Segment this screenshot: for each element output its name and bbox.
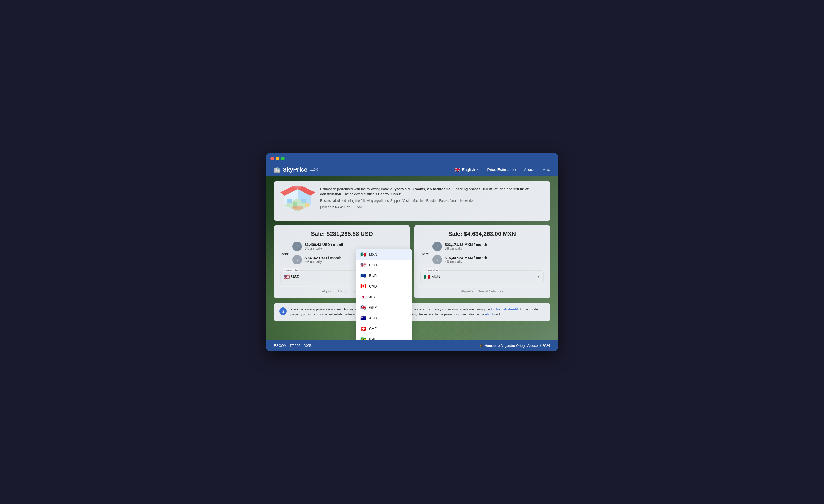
usd-convert-label: Convert to <box>283 269 299 272</box>
dropdown-currency-item[interactable]: 🇪🇺EUR <box>356 270 412 281</box>
usd-currency-flag: 🇺🇸 <box>284 274 290 280</box>
usd-rent-down-info: $937.62 USD / month 4% annually <box>305 256 341 264</box>
usd-rent-up-rate: 6% annually <box>305 247 344 250</box>
desc-and: and <box>506 187 513 191</box>
rent-up-arrow-icon: ↑ <box>292 242 302 251</box>
currency-code: AUD <box>369 316 377 320</box>
dropdown-currency-item[interactable]: 🇦🇺AUD <box>356 313 412 323</box>
svg-rect-6 <box>287 199 292 203</box>
svg-rect-9 <box>305 203 309 207</box>
notice-card: ℹ Predictions are approximate and result… <box>274 303 550 321</box>
currency-flag-icon: 🇧🇷 <box>360 336 366 340</box>
footer-left: ESCOM - TT 2024-A053 <box>274 343 312 347</box>
mxn-rent-down-row: ↓ $15,447.54 MXN / month 4% annually <box>432 255 487 265</box>
svg-rect-8 <box>301 199 306 203</box>
nav-price-estimation[interactable]: Price Estimation <box>487 167 516 172</box>
desc-prefix: Estimation performed with the following … <box>320 187 390 191</box>
notice-text: Predictions are approximate and results … <box>290 307 545 317</box>
desc-suffix: . The selected district is <box>341 192 378 196</box>
content-overlay: Estimation performed with the following … <box>266 176 558 327</box>
mxn-chevron-icon: ▼ <box>537 275 540 279</box>
currency-code: CAD <box>369 284 377 288</box>
mxn-convert-section: Convert to 🇲🇽 MXN ▼ <box>420 270 544 283</box>
currency-flag-icon: 🇲🇽 <box>360 251 366 257</box>
usd-rent-down-rate: 4% annually <box>305 260 341 264</box>
grad-icon: 🎓 <box>480 343 484 347</box>
currency-dropdown[interactable]: 🇲🇽MXN🇺🇸USD🇪🇺EUR🇨🇦CAD🇯🇵JPY🇬🇧GBP🇦🇺AUD🇨🇭CHF… <box>356 249 412 340</box>
desc-bold1: 20 years old, 3 rooms, 2.5 bathrooms, 3 … <box>390 187 505 191</box>
usd-rent-up-amount: $1,406.43 USD / month <box>305 242 344 247</box>
currency-code: GBP <box>369 305 377 310</box>
mxn-rent-down-arrow-icon: ↓ <box>432 255 442 265</box>
mxn-rent-up-row: ↑ $23,171.32 MXN / month 6% annually <box>432 242 487 251</box>
about-link[interactable]: About <box>485 313 493 316</box>
svg-point-10 <box>292 206 303 210</box>
currency-code: CHF <box>369 327 377 331</box>
currency-flag-icon: 🇨🇭 <box>360 326 366 332</box>
lang-flag: 🇬🇧 <box>454 167 460 173</box>
dropdown-currency-item[interactable]: 🇧🇷BRL <box>356 334 412 340</box>
currency-code: JPY <box>369 295 376 299</box>
title-bar <box>266 154 558 164</box>
estimation-description: Estimation performed with the following … <box>320 186 544 197</box>
usd-rent-down-amount: $937.62 USD / month <box>305 256 341 260</box>
language-selector[interactable]: 🇬🇧 English ▼ <box>454 167 479 173</box>
brand-version: v1.0.0 <box>310 168 318 172</box>
mxn-rent-up-info: $23,171.32 MXN / month 6% annually <box>445 242 487 250</box>
exchangerate-api-link[interactable]: ExchangeRate-API <box>491 307 518 311</box>
lang-label: English <box>462 167 475 172</box>
app-window: 🏢 SkyPrice v1.0.0 🇬🇧 English ▼ Price Est… <box>266 154 558 351</box>
dropdown-currency-item[interactable]: 🇨🇭CHF <box>356 323 412 334</box>
currency-code: BRL <box>369 337 376 340</box>
main-content: Estimation performed with the following … <box>266 176 558 340</box>
brand: 🏢 SkyPrice v1.0.0 <box>274 166 318 173</box>
usd-currency-name: USD <box>291 274 300 279</box>
notice-text-end: section. <box>493 313 505 316</box>
desc-end: . <box>401 192 402 196</box>
mxn-rent-up-amount: $23,171.32 MXN / month <box>445 242 487 247</box>
dropdown-currency-item[interactable]: 🇬🇧GBP <box>356 302 412 313</box>
mxn-currency-name: MXN <box>431 274 440 279</box>
currency-code: MXN <box>369 252 377 257</box>
result-card-mxn: Sale: $4,634,263.00 MXN Rent: ↑ $23,171.… <box>414 225 550 298</box>
footer-right: 🎓 Humberto Alejandro Ortega Alcocer ©202… <box>480 343 550 347</box>
mxn-sale-price: Sale: $4,634,263.00 MXN <box>420 230 544 237</box>
nav-map[interactable]: Map <box>542 167 550 172</box>
currency-flag-icon: 🇯🇵 <box>360 294 366 300</box>
navbar: 🏢 SkyPrice v1.0.0 🇬🇧 English ▼ Price Est… <box>266 164 558 176</box>
mxn-rent-up-arrow-icon: ↑ <box>432 242 442 251</box>
dropdown-currency-item[interactable]: 🇨🇦CAD <box>356 281 412 292</box>
mxn-rent-up-rate: 6% annually <box>445 247 487 250</box>
currency-flag-icon: 🇬🇧 <box>360 305 366 310</box>
currency-flag-icon: 🇪🇺 <box>360 273 366 279</box>
maximize-button[interactable] <box>281 157 285 161</box>
algorithms-text: Results calculated using the following a… <box>320 198 544 203</box>
house-illustration <box>280 186 315 216</box>
nav-about[interactable]: About <box>524 167 534 172</box>
footer: ESCOM - TT 2024-A053 🎓 Humberto Alejandr… <box>266 340 558 351</box>
notice-info-icon: ℹ <box>279 307 287 315</box>
timestamp-text: junio de 2024 at 10:20:51 AM. <box>320 205 544 209</box>
nav-items: 🇬🇧 English ▼ Price Estimation About Map <box>454 167 550 173</box>
mxn-currency-flag: 🇲🇽 <box>424 274 430 280</box>
mxn-rent-down-rate: 4% annually <box>445 260 487 264</box>
desc-district: Benito Juárez <box>378 192 401 196</box>
usd-sale-price: Sale: $281,285.58 USD <box>280 230 404 237</box>
mxn-currency-select[interactable]: 🇲🇽 MXN ▼ <box>424 273 540 281</box>
traffic-lights <box>270 157 285 161</box>
dropdown-currency-item[interactable]: 🇺🇸USD <box>356 260 412 270</box>
minimize-button[interactable] <box>276 157 279 161</box>
dropdown-currency-item[interactable]: 🇲🇽MXN <box>356 249 412 260</box>
mxn-convert-label: Convert to <box>423 269 439 272</box>
dropdown-currency-item[interactable]: 🇯🇵JPY <box>356 292 412 302</box>
rent-down-arrow-icon: ↓ <box>292 255 302 265</box>
info-card-text: Estimation performed with the following … <box>320 186 544 209</box>
brand-icon: 🏢 <box>274 167 281 173</box>
mxn-rent-down-amount: $15,447.54 MXN / month <box>445 256 487 260</box>
usd-rent-label: Rent: <box>280 252 289 256</box>
close-button[interactable] <box>270 157 274 161</box>
info-card: Estimation performed with the following … <box>274 181 550 221</box>
usd-rent-down-row: ↓ $937.62 USD / month 4% annually <box>292 255 344 265</box>
usd-rent-up-row: ↑ $1,406.43 USD / month 6% annually <box>292 242 344 251</box>
currency-flag-icon: 🇨🇦 <box>360 283 366 289</box>
